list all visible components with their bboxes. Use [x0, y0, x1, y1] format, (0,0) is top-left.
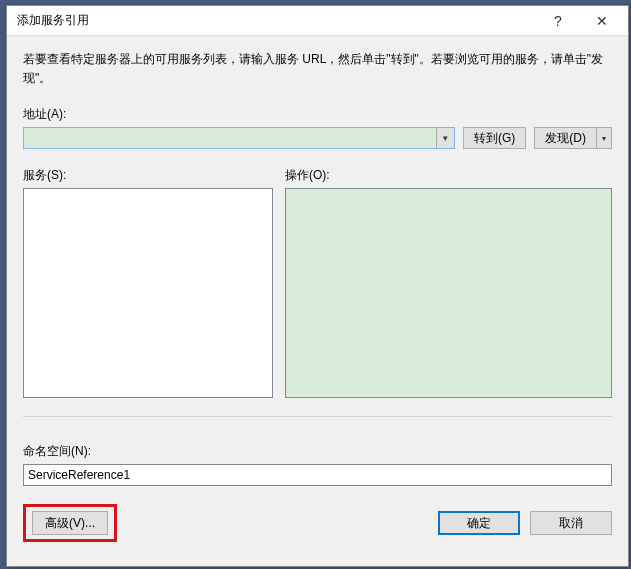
discover-button[interactable]: 发现(D) [534, 127, 596, 149]
operations-listbox[interactable] [285, 188, 612, 398]
namespace-label: 命名空间(N): [23, 443, 612, 460]
separator-line [23, 416, 612, 417]
services-listbox[interactable] [23, 188, 273, 398]
lists-row: 服务(S): 操作(O): [23, 167, 612, 398]
bottom-button-row: 高级(V)... 确定 取消 [23, 504, 612, 542]
operations-label: 操作(O): [285, 167, 612, 184]
discover-split-button: 发现(D) ▾ [534, 127, 612, 149]
dialog-content: 若要查看特定服务器上的可用服务列表，请输入服务 URL，然后单击"转到"。若要浏… [7, 36, 628, 556]
window-title: 添加服务引用 [17, 12, 536, 29]
operations-column: 操作(O): [285, 167, 612, 398]
advanced-button[interactable]: 高级(V)... [32, 511, 108, 535]
close-button[interactable]: ✕ [580, 7, 624, 35]
dialog-window: 添加服务引用 ? ✕ 若要查看特定服务器上的可用服务列表，请输入服务 URL，然… [6, 5, 629, 567]
address-row: ▾ 转到(G) 发现(D) ▾ [23, 127, 612, 149]
help-button[interactable]: ? [536, 7, 580, 35]
chevron-down-icon[interactable]: ▾ [436, 128, 454, 148]
services-label: 服务(S): [23, 167, 273, 184]
address-label: 地址(A): [23, 106, 612, 123]
ok-button[interactable]: 确定 [438, 511, 520, 535]
go-button[interactable]: 转到(G) [463, 127, 526, 149]
address-combobox[interactable]: ▾ [23, 127, 455, 149]
titlebar: 添加服务引用 ? ✕ [7, 6, 628, 36]
services-column: 服务(S): [23, 167, 273, 398]
namespace-input[interactable] [23, 464, 612, 486]
description-text: 若要查看特定服务器上的可用服务列表，请输入服务 URL，然后单击"转到"。若要浏… [23, 50, 612, 88]
discover-dropdown-icon[interactable]: ▾ [596, 127, 612, 149]
advanced-highlight-box: 高级(V)... [23, 504, 117, 542]
cancel-button[interactable]: 取消 [530, 511, 612, 535]
window-buttons: ? ✕ [536, 7, 624, 35]
address-input[interactable] [24, 128, 436, 148]
